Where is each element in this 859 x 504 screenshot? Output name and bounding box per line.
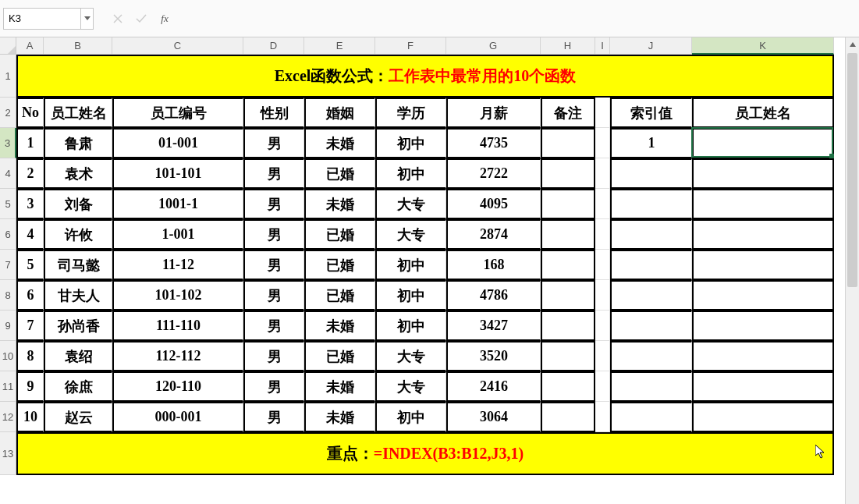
row-header-13[interactable]: 13 [0,432,16,475]
row-header-6[interactable]: 6 [0,219,16,250]
data-r9-c5[interactable]: 大专 [375,371,446,402]
data-r3-c3[interactable]: 男 [243,189,304,219]
row-header-1[interactable]: 1 [0,55,16,98]
side-index-r8[interactable] [610,341,692,371]
data-r8-c7[interactable] [541,341,595,371]
data-r8-c5[interactable]: 大专 [375,341,446,371]
data-r5-c7[interactable] [541,250,595,280]
cell-i6[interactable] [595,219,610,250]
data-r5-c4[interactable]: 已婚 [304,250,375,280]
select-all-corner[interactable] [0,37,16,55]
side-index-r2[interactable] [610,158,692,189]
data-r1-c6[interactable]: 4735 [446,128,541,158]
col-header-F[interactable]: F [375,37,446,55]
col-header-I[interactable]: I [595,37,610,55]
side-name-r6[interactable] [692,280,834,311]
data-r2-c4[interactable]: 已婚 [304,158,375,189]
data-r4-c4[interactable]: 已婚 [304,219,375,250]
data-r10-c6[interactable]: 3064 [446,402,541,432]
data-r7-c4[interactable]: 未婚 [304,311,375,341]
data-r1-c3[interactable]: 男 [243,128,304,158]
name-box[interactable] [4,9,80,29]
name-box-dropdown-icon[interactable] [80,9,93,29]
cell-i5[interactable] [595,189,610,219]
side-name-r4[interactable] [692,219,834,250]
data-r5-c5[interactable]: 初中 [375,250,446,280]
data-r7-c7[interactable] [541,311,595,341]
vertical-scrollbar[interactable] [845,37,859,504]
cell-i3[interactable] [595,128,610,158]
data-r4-c3[interactable]: 男 [243,219,304,250]
data-r1-c1[interactable]: 鲁肃 [44,128,112,158]
data-r6-c3[interactable]: 男 [243,280,304,311]
data-r8-c1[interactable]: 袁绍 [44,341,112,371]
data-r3-c0[interactable]: 3 [16,189,44,219]
data-r6-c0[interactable]: 6 [16,280,44,311]
row-header-5[interactable]: 5 [0,189,16,219]
data-r2-c3[interactable]: 男 [243,158,304,189]
data-r5-c3[interactable]: 男 [243,250,304,280]
data-r3-c1[interactable]: 刘备 [44,189,112,219]
data-r5-c0[interactable]: 5 [16,250,44,280]
data-r6-c6[interactable]: 4786 [446,280,541,311]
row-header-2[interactable]: 2 [0,98,16,128]
data-r8-c0[interactable]: 8 [16,341,44,371]
scroll-thumb[interactable] [847,53,857,287]
formula-input[interactable] [176,8,859,30]
header-3[interactable]: 性别 [243,98,304,128]
scroll-up-icon[interactable] [846,37,859,51]
row-header-4[interactable]: 4 [0,158,16,189]
header-2[interactable]: 员工编号 [112,98,243,128]
data-r4-c0[interactable]: 4 [16,219,44,250]
data-r10-c5[interactable]: 初中 [375,402,446,432]
side-index-r5[interactable] [610,250,692,280]
side-index-r7[interactable] [610,311,692,341]
col-header-C[interactable]: C [112,37,243,55]
row-header-9[interactable]: 9 [0,311,16,341]
data-r8-c4[interactable]: 已婚 [304,341,375,371]
col-header-J[interactable]: J [610,37,692,55]
data-r7-c5[interactable]: 初中 [375,311,446,341]
cell-i12[interactable] [595,402,610,432]
data-r7-c0[interactable]: 7 [16,311,44,341]
col-header-H[interactable]: H [541,37,595,55]
data-r9-c2[interactable]: 120-110 [112,371,243,402]
cell-i9[interactable] [595,311,610,341]
data-r6-c5[interactable]: 初中 [375,280,446,311]
header-0[interactable]: No [16,98,44,128]
side-index-r6[interactable] [610,280,692,311]
side-header-name[interactable]: 员工姓名 [692,98,834,128]
data-r7-c2[interactable]: 111-110 [112,311,243,341]
data-r3-c5[interactable]: 大专 [375,189,446,219]
data-r9-c6[interactable]: 2416 [446,371,541,402]
side-index-r4[interactable] [610,219,692,250]
data-r2-c6[interactable]: 2722 [446,158,541,189]
cell-i2[interactable] [595,98,610,128]
data-r7-c3[interactable]: 男 [243,311,304,341]
cell-i10[interactable] [595,341,610,371]
row-header-12[interactable]: 12 [0,402,16,432]
cancel-icon[interactable] [106,8,130,30]
data-r8-c3[interactable]: 男 [243,341,304,371]
data-r4-c1[interactable]: 许攸 [44,219,112,250]
data-r6-c4[interactable]: 已婚 [304,280,375,311]
col-header-B[interactable]: B [44,37,112,55]
confirm-icon[interactable] [130,8,153,30]
data-r6-c2[interactable]: 101-102 [112,280,243,311]
data-r5-c1[interactable]: 司马懿 [44,250,112,280]
row-header-11[interactable]: 11 [0,371,16,402]
header-4[interactable]: 婚姻 [304,98,375,128]
data-r6-c1[interactable]: 甘夫人 [44,280,112,311]
header-7[interactable]: 备注 [541,98,595,128]
data-r10-c0[interactable]: 10 [16,402,44,432]
header-5[interactable]: 学历 [375,98,446,128]
data-r5-c2[interactable]: 11-12 [112,250,243,280]
side-name-r1[interactable] [692,128,834,158]
data-r3-c7[interactable] [541,189,595,219]
side-index-r10[interactable] [610,402,692,432]
data-r10-c2[interactable]: 000-001 [112,402,243,432]
data-r9-c0[interactable]: 9 [16,371,44,402]
data-r5-c6[interactable]: 168 [446,250,541,280]
data-r2-c7[interactable] [541,158,595,189]
side-name-r8[interactable] [692,341,834,371]
